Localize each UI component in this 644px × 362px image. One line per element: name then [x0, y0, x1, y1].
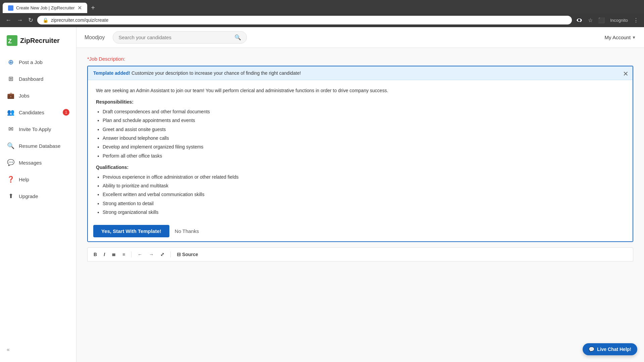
sidebar-item-help[interactable]: ❓ Help	[0, 171, 76, 187]
sidebar-item-post-a-job[interactable]: ⊕ Post a Job	[0, 54, 76, 70]
lock-icon: 🔒	[43, 17, 48, 23]
list-item: Ability to prioritize and multitask	[103, 182, 625, 189]
extensions-icon[interactable]: ⬛	[597, 16, 606, 25]
list-item: Draft correspondences and other formal d…	[103, 108, 625, 115]
upgrade-icon: ⬆	[7, 192, 15, 200]
list-item: Excellent written and verbal communicati…	[103, 191, 625, 198]
sidebar-item-candidates[interactable]: 👥 Candidates 1	[0, 104, 76, 120]
main-area: Moodjoy 🔍 My Account ▼ *Job Description:…	[76, 27, 644, 362]
incognito-label: Incognito	[609, 16, 629, 24]
sidebar-label-messages: Messages	[19, 160, 42, 166]
sidebar-label-upgrade: Upgrade	[19, 193, 38, 199]
live-chat-label: Live Chat Help!	[597, 347, 631, 352]
sidebar-label-resume: Resume Database	[19, 143, 60, 149]
ordered-list-button[interactable]: ≣	[110, 250, 118, 258]
source-button[interactable]: ⊟ Source	[175, 250, 200, 258]
chat-icon: 💬	[589, 347, 594, 352]
chevron-down-icon: ▼	[632, 35, 636, 40]
browser-action-buttons: 👁‍🗨 ☆ ⬛ Incognito ⋮	[575, 16, 640, 25]
template-actions: Yes, Start With Template! No Thanks	[88, 221, 633, 241]
template-modal: Template added! Customize your descripti…	[87, 66, 633, 242]
list-item: Answer inbound telephone calls	[103, 134, 625, 142]
more-options-icon[interactable]: ⋮	[632, 16, 640, 25]
jobs-icon: 💼	[7, 92, 15, 100]
active-tab[interactable]: Create New Job | ZipRecruiter ✕	[3, 3, 87, 13]
my-account-label: My Account	[605, 35, 631, 40]
yes-template-button[interactable]: Yes, Start With Template!	[93, 225, 169, 237]
sidebar-item-jobs[interactable]: 💼 Jobs	[0, 87, 76, 104]
modal-close-button[interactable]: ✕	[623, 70, 629, 78]
template-intro: We are seeking an Admin Assistant to joi…	[96, 87, 625, 94]
template-banner-bold: Template added!	[93, 70, 130, 76]
bookmark-icon[interactable]: ☆	[587, 16, 594, 25]
fullscreen-button[interactable]: ⤢	[158, 250, 166, 258]
qualifications-label: Qualifications:	[96, 164, 625, 171]
undo-button[interactable]: ←	[136, 250, 144, 258]
back-button[interactable]: ←	[4, 15, 13, 25]
sidebar-item-upgrade[interactable]: ⬆ Upgrade	[0, 188, 76, 204]
live-chat-widget[interactable]: 💬 Live Chat Help!	[583, 343, 637, 355]
sidebar-collapse-button[interactable]: «	[0, 343, 76, 357]
forward-button[interactable]: →	[15, 15, 24, 25]
url-text: ziprecruiter.com/quiz/create	[51, 17, 567, 23]
invite-icon: ✉	[7, 125, 15, 133]
bold-button[interactable]: B	[92, 250, 99, 258]
sidebar-label-help: Help	[19, 177, 29, 182]
dashboard-icon: ⊞	[7, 75, 15, 83]
header-brand: Moodjoy	[85, 35, 105, 41]
template-banner-text: Customize your description to increase y…	[131, 70, 301, 76]
tab-favicon	[8, 5, 13, 11]
sidebar-item-dashboard[interactable]: ⊞ Dashboard	[0, 71, 76, 87]
sidebar: Z ZipRecruiter ⊕ Post a Job ⊞ Dashboard …	[0, 27, 76, 362]
logo: Z ZipRecruiter	[0, 33, 76, 54]
sidebar-label-post-a-job: Post a Job	[19, 59, 43, 65]
header: Moodjoy 🔍 My Account ▼	[76, 27, 644, 48]
refresh-button[interactable]: ↻	[27, 15, 35, 25]
candidates-badge: 1	[63, 109, 69, 116]
new-tab-button[interactable]: +	[89, 3, 98, 13]
sidebar-navigation: ⊕ Post a Job ⊞ Dashboard 💼 Jobs 👥 Candid…	[0, 54, 76, 204]
svg-text:Z: Z	[8, 38, 12, 45]
no-thanks-button[interactable]: No Thanks	[175, 228, 199, 234]
tab-title: Create New Job | ZipRecruiter	[16, 5, 75, 10]
sidebar-item-resume-database[interactable]: 🔍 Resume Database	[0, 138, 76, 154]
toolbar-divider-2	[170, 251, 171, 257]
address-bar[interactable]: 🔒 ziprecruiter.com/quiz/create	[37, 16, 572, 24]
sidebar-item-invite-to-apply[interactable]: ✉ Invite To Apply	[0, 121, 76, 137]
qualifications-list: Previous experience in office administra…	[96, 173, 625, 216]
logo-text: ZipRecruiter	[20, 37, 60, 45]
list-item: Perform all other office tasks	[103, 152, 625, 160]
job-description-label: *Job Description:	[87, 56, 633, 62]
search-input[interactable]	[118, 35, 232, 40]
list-item: Strong organizational skills	[103, 208, 625, 216]
tab-close-button[interactable]: ✕	[77, 5, 82, 11]
browser-controls: ← → ↻ 🔒 ziprecruiter.com/quiz/create 👁‍🗨…	[0, 13, 644, 27]
search-bar[interactable]: 🔍	[113, 31, 247, 44]
sidebar-label-jobs: Jobs	[19, 93, 30, 99]
ziprecruiter-logo-icon: Z	[7, 35, 17, 46]
help-icon: ❓	[7, 175, 15, 183]
eye-off-icon[interactable]: 👁‍🗨	[575, 16, 584, 25]
label-text: *Job Description:	[87, 56, 125, 62]
template-banner: Template added! Customize your descripti…	[88, 66, 633, 80]
post-a-job-icon: ⊕	[7, 58, 15, 66]
sidebar-label-dashboard: Dashboard	[19, 76, 43, 82]
italic-button[interactable]: I	[102, 250, 107, 258]
content-area: *Job Description: Template added! Custom…	[76, 48, 644, 362]
browser-chrome: Create New Job | ZipRecruiter ✕ + ← → ↻ …	[0, 0, 644, 27]
candidates-icon: 👥	[7, 108, 15, 116]
sidebar-item-messages[interactable]: 💬 Messages	[0, 155, 76, 171]
collapse-icon: «	[7, 347, 10, 352]
editor-toolbar: B I ≣ ≡ ← → ⤢ ⊟ Source	[87, 247, 633, 261]
resume-icon: 🔍	[7, 142, 15, 150]
sidebar-label-invite: Invite To Apply	[19, 126, 51, 132]
list-item: Greet and assist onsite guests	[103, 126, 625, 133]
search-icon: 🔍	[234, 34, 241, 41]
template-body: We are seeking an Admin Assistant to joi…	[88, 80, 633, 221]
redo-button[interactable]: →	[147, 250, 156, 258]
my-account-menu[interactable]: My Account ▼	[605, 35, 636, 40]
toolbar-divider	[131, 251, 131, 257]
responsibilities-label: Responsibilities:	[96, 98, 625, 106]
unordered-list-button[interactable]: ≡	[120, 250, 127, 258]
messages-icon: 💬	[7, 159, 15, 167]
